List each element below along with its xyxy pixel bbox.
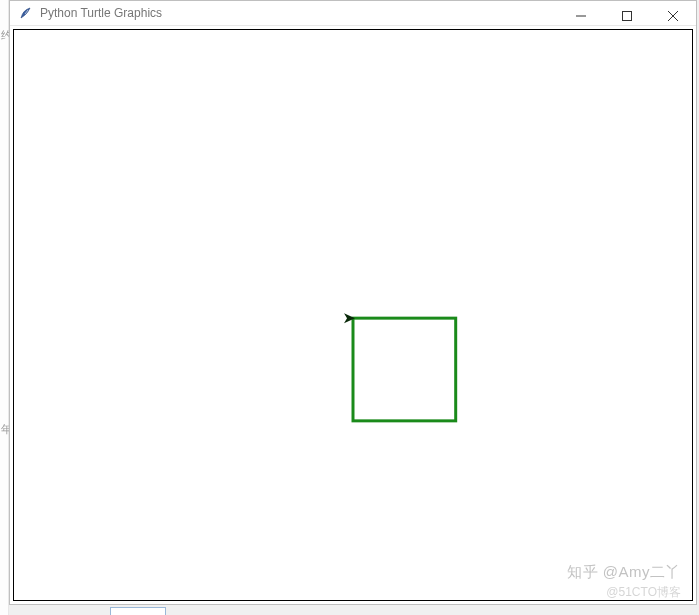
canvas-container (10, 26, 696, 604)
close-icon (668, 11, 678, 21)
background-window-edge: 约 年 (0, 0, 9, 615)
maximize-icon (622, 11, 632, 21)
titlebar[interactable]: Python Turtle Graphics (10, 1, 696, 26)
turtle-feather-icon (18, 5, 34, 21)
close-button[interactable] (650, 1, 696, 31)
minimize-button[interactable] (558, 1, 604, 31)
minimize-icon (576, 11, 586, 21)
svg-rect-2 (623, 12, 632, 21)
maximize-button[interactable] (604, 1, 650, 31)
window-controls (558, 1, 696, 31)
background-tab-fragment (110, 607, 166, 615)
turtle-graphics-window: Python Turtle Graphics (9, 0, 697, 605)
turtle-canvas[interactable] (13, 29, 693, 601)
svg-rect-5 (353, 318, 456, 421)
window-title: Python Turtle Graphics (40, 6, 162, 20)
turtle-drawing (14, 30, 692, 600)
